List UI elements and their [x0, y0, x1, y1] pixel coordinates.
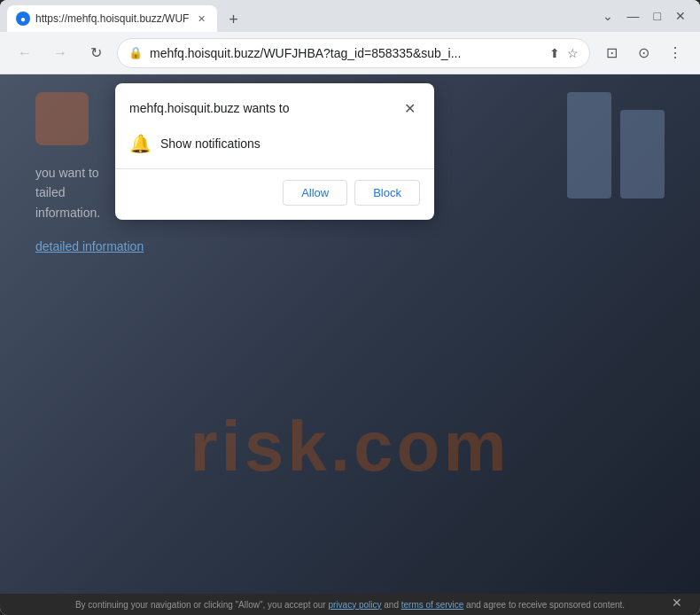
- figure-1: [567, 92, 611, 199]
- toolbar: ← → ↻ 🔒 mehfq.hoisquit.buzz/WUFJHBA?tag_…: [0, 32, 700, 74]
- sidebar-toggle-button[interactable]: ⊡: [597, 39, 626, 67]
- tab-title: https://mehfq.hoisquit.buzz/WUF: [35, 12, 189, 25]
- bg-text-line1: you want to: [35, 166, 99, 180]
- back-button[interactable]: ←: [11, 39, 39, 67]
- share-icon[interactable]: ⬆: [549, 46, 560, 60]
- status-text-and: and: [384, 600, 399, 610]
- permission-text: Show notifications: [160, 136, 261, 151]
- toolbar-right: ⊡ ⊙ ⋮: [597, 39, 689, 67]
- status-bar: By continuing your navigation or clickin…: [0, 594, 700, 615]
- minimize-button[interactable]: —: [627, 9, 640, 23]
- figure-2: [620, 110, 665, 199]
- maximize-button[interactable]: □: [654, 9, 661, 23]
- dialog-divider: [115, 168, 434, 169]
- block-button[interactable]: Block: [354, 180, 420, 206]
- chevron-down-icon[interactable]: ⌄: [603, 9, 613, 23]
- terms-link[interactable]: terms of service: [401, 600, 464, 610]
- active-tab[interactable]: ● https://mehfq.hoisquit.buzz/WUF ✕: [7, 5, 217, 32]
- status-bar-text: By continuing your navigation or clickin…: [75, 600, 625, 610]
- dialog-buttons: Allow Block: [115, 180, 434, 220]
- tab-strip: ● https://mehfq.hoisquit.buzz/WUF ✕ +: [7, 0, 603, 32]
- tab-favicon: ●: [16, 12, 30, 26]
- status-text-prefix: By continuing your navigation or clickin…: [75, 600, 326, 610]
- bg-text-line2: tailed: [35, 185, 65, 199]
- background-figures: [567, 92, 665, 199]
- bg-text-line3: information.: [35, 206, 100, 220]
- dialog-close-button[interactable]: ✕: [399, 97, 420, 119]
- bell-icon: 🔔: [129, 133, 152, 154]
- dialog-permission-row: 🔔 Show notifications: [115, 126, 434, 168]
- close-window-button[interactable]: ✕: [675, 9, 686, 23]
- notification-dialog: mehfq.hoisquit.buzz wants to ✕ 🔔 Show no…: [115, 83, 434, 220]
- detailed-information-link[interactable]: detailed information: [35, 237, 390, 256]
- status-bar-close-button[interactable]: ✕: [672, 596, 682, 610]
- forward-button[interactable]: →: [46, 39, 74, 67]
- security-lock-icon: 🔒: [128, 46, 143, 59]
- privacy-policy-link[interactable]: privacy policy: [328, 600, 381, 610]
- profile-button[interactable]: ⊙: [629, 39, 657, 67]
- url-text: mehfq.hoisquit.buzz/WUFJHBA?tag_id=85833…: [150, 46, 542, 60]
- address-bar-icons: ⬆ ☆: [549, 46, 579, 60]
- allow-button[interactable]: Allow: [283, 180, 347, 206]
- new-tab-button[interactable]: +: [221, 7, 245, 32]
- bookmark-icon[interactable]: ☆: [567, 46, 579, 60]
- browser-window: ● https://mehfq.hoisquit.buzz/WUF ✕ + ⌄ …: [0, 0, 700, 615]
- menu-button[interactable]: ⋮: [661, 39, 689, 67]
- reload-button[interactable]: ↻: [82, 39, 110, 67]
- dialog-header: mehfq.hoisquit.buzz wants to ✕: [115, 83, 434, 126]
- dialog-title: mehfq.hoisquit.buzz wants to: [129, 101, 290, 115]
- title-bar: ● https://mehfq.hoisquit.buzz/WUF ✕ + ⌄ …: [0, 0, 700, 32]
- address-bar[interactable]: 🔒 mehfq.hoisquit.buzz/WUFJHBA?tag_id=858…: [117, 38, 590, 68]
- page-content: you want to tailed information. detailed…: [0, 74, 700, 594]
- background-logo: [35, 92, 89, 145]
- watermark: risk.com: [190, 406, 509, 487]
- status-text-end: and agree to receive sponsored content.: [466, 600, 625, 610]
- tab-close-button[interactable]: ✕: [194, 12, 208, 26]
- window-controls: ⌄ — □ ✕: [603, 9, 693, 23]
